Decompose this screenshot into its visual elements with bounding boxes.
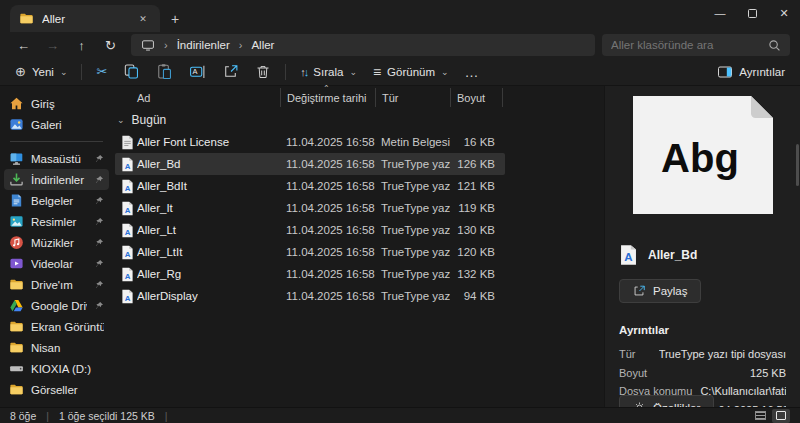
svg-text:A: A [125, 161, 131, 170]
downloads-icon [9, 172, 24, 187]
tab-aller[interactable]: Aller ✕ [10, 5, 160, 32]
share-button[interactable] [215, 59, 246, 84]
new-button[interactable]: ⊕ Yeni ⌄ [8, 60, 74, 83]
cut-icon: ✂ [96, 64, 107, 79]
svg-text:A: A [125, 249, 131, 258]
sidebar-item-nisan[interactable]: Nisan [4, 337, 109, 358]
sidebar-item-music[interactable]: Müzikler [4, 232, 109, 253]
paste-icon [156, 63, 173, 80]
table-row-selected[interactable]: A Aller_Bd 11.04.2025 16:58 TrueType yaz… [115, 153, 505, 175]
sidebar-item-kioxia-drive[interactable]: KIOXIA (D:) [4, 358, 109, 379]
table-row[interactable]: A Aller_Lt 11.04.2025 16:58 TrueType yaz… [115, 219, 505, 241]
properties-button-label: Özellikler [653, 402, 700, 408]
search-input[interactable] [611, 39, 768, 51]
rename-button[interactable]: A [182, 59, 213, 84]
window-controls: — ✕ [704, 0, 800, 26]
breadcrumb-segment[interactable]: İndirilenler [177, 39, 230, 51]
pin-icon [94, 280, 104, 290]
pin-icon [94, 301, 104, 311]
details-pane-scrollbar[interactable] [796, 144, 799, 186]
table-row[interactable]: A Aller_Rg 11.04.2025 16:58 TrueType yaz… [115, 263, 505, 285]
details-pane-icon [717, 64, 733, 80]
minimize-button[interactable]: — [704, 0, 736, 26]
close-button[interactable]: ✕ [768, 0, 800, 26]
cut-button[interactable]: ✂ [89, 60, 114, 83]
new-button-label: Yeni [32, 66, 54, 78]
sidebar-item-pictures[interactable]: Resimler [4, 211, 109, 232]
details-view-toggle[interactable] [751, 409, 769, 423]
font-file-icon: A [121, 201, 137, 216]
folder-icon [19, 11, 34, 26]
selection-summary: 1 öğe seçildi 125 KB [59, 410, 165, 422]
desktop-icon [9, 151, 24, 166]
svg-text:A: A [125, 227, 131, 236]
new-tab-button[interactable]: + [160, 5, 190, 32]
paste-button[interactable] [149, 59, 180, 84]
chevron-right-icon: › [164, 39, 168, 51]
pin-icon [94, 154, 104, 164]
view-button[interactable]: ≡ Görünüm ⌄ [366, 61, 456, 83]
toolbar-divider [285, 64, 286, 80]
svg-text:A: A [624, 251, 633, 263]
gallery-icon [9, 117, 24, 132]
music-icon [9, 235, 24, 250]
sidebar-item-my-drive[interactable]: Drive'ım [4, 274, 109, 295]
share-file-button[interactable]: Paylaş [619, 279, 701, 303]
refresh-button[interactable]: ↻ [97, 34, 124, 56]
details-pane: Abg A Aller_Bd Paylaş Ayrıntılar Tür Tru… [604, 86, 800, 407]
sidebar-item-images[interactable]: Görseller [4, 379, 109, 400]
table-row[interactable]: Aller Font License 11.04.2025 16:58 Meti… [115, 131, 505, 153]
search-box[interactable] [602, 34, 790, 56]
properties-button[interactable]: Özellikler [619, 395, 714, 407]
up-button[interactable]: ↑ [68, 34, 95, 56]
pin-icon [94, 259, 104, 269]
table-row[interactable]: A AllerDisplay 11.04.2025 16:58 TrueType… [115, 285, 505, 307]
this-pc-icon [141, 38, 155, 52]
column-header-size[interactable]: Boyut [450, 88, 503, 107]
sidebar-item-gallery[interactable]: Galeri [4, 114, 109, 135]
sidebar-item-downloads[interactable]: İndirilenler [4, 169, 109, 190]
sidebar-item-home[interactable]: Giriş [4, 93, 109, 114]
item-count: 8 öğe [10, 410, 46, 422]
sidebar-divider [10, 141, 103, 142]
forward-button[interactable]: → [39, 34, 66, 56]
share-icon [222, 63, 239, 80]
column-header-date[interactable]: Değiştirme tarihi⌃ [280, 88, 375, 107]
sidebar-item-videos[interactable]: Videolar [4, 253, 109, 274]
font-file-icon: A [121, 267, 137, 282]
back-button[interactable]: ← [10, 34, 37, 56]
details-pane-toggle[interactable]: Ayrıntılar [710, 60, 792, 84]
chevron-right-icon: › [239, 39, 243, 51]
group-header-today[interactable]: ⌄ Bugün [117, 109, 604, 130]
column-header-type[interactable]: Tür [375, 88, 450, 107]
sidebar-item-documents[interactable]: Belgeler [4, 190, 109, 211]
sort-button[interactable]: ↑↓ Sırala ⌄ [293, 62, 364, 82]
details-section-title: Ayrıntılar [619, 324, 786, 336]
more-options-button[interactable]: … [458, 60, 487, 84]
font-file-icon: A [121, 245, 137, 260]
plus-circle-icon: ⊕ [15, 64, 26, 79]
properties-icon [633, 401, 646, 407]
breadcrumb[interactable]: › İndirilenler › Aller [131, 34, 595, 56]
folder-icon [9, 340, 24, 355]
maximize-button[interactable] [736, 0, 768, 26]
google-drive-icon [9, 298, 24, 313]
table-row[interactable]: A Aller_It 11.04.2025 16:58 TrueType yaz… [115, 197, 505, 219]
toolbar-divider [81, 64, 82, 80]
sidebar-item-desktop[interactable]: Masaüstü [4, 148, 109, 169]
sidebar-item-screenshots[interactable]: Ekran Görüntüle [4, 316, 109, 337]
table-row[interactable]: A Aller_LtIt 11.04.2025 16:58 TrueType y… [115, 241, 505, 263]
large-icons-view-toggle[interactable] [772, 409, 790, 423]
tab-close-icon[interactable]: ✕ [135, 11, 151, 27]
sidebar-item-google-drive[interactable]: Google Drive [4, 295, 109, 316]
delete-button[interactable] [248, 60, 278, 84]
breadcrumb-segment[interactable]: Aller [251, 39, 274, 51]
view-button-label: Görünüm [387, 66, 435, 78]
table-row[interactable]: A Aller_BdIt 11.04.2025 16:58 TrueType y… [115, 175, 505, 197]
view-icon: ≡ [373, 65, 381, 79]
copy-icon [123, 63, 140, 80]
column-header-name[interactable]: Ad [115, 88, 280, 107]
copy-button[interactable] [116, 59, 147, 84]
file-preview-thumbnail: Abg [619, 96, 786, 214]
disk-drive-icon [9, 361, 24, 376]
